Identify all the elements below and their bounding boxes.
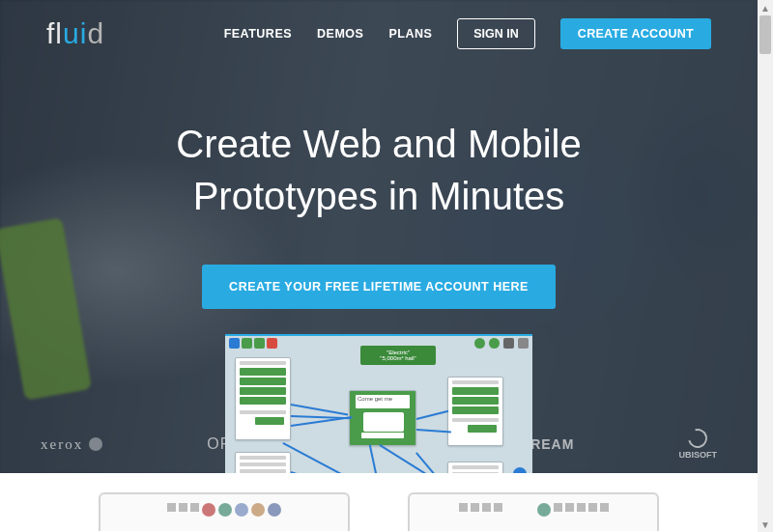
tool-icon — [554, 503, 562, 512]
below-fold-section — [0, 473, 758, 532]
add-node-icon — [513, 467, 527, 473]
user2-icon — [489, 338, 500, 349]
hero-title-line1: Create Web and Mobile — [176, 123, 582, 165]
play-icon — [242, 338, 252, 349]
undo-icon — [229, 338, 240, 349]
avatar-icon — [202, 503, 215, 517]
preview-toolbar-right — [474, 338, 529, 349]
preview-toolbar-left — [229, 338, 277, 349]
scrollbar-track[interactable] — [758, 15, 773, 517]
signin-button[interactable]: SIGN IN — [457, 18, 535, 49]
hero-cta-button[interactable]: CREATE YOUR FREE LIFETIME ACCOUNT HERE — [202, 265, 556, 309]
ubisoft-swirl-icon — [685, 425, 711, 451]
nav-plans[interactable]: PLANS — [388, 27, 432, 41]
connector-line — [291, 416, 353, 426]
connector-line — [416, 429, 451, 433]
tool-icon — [190, 503, 199, 512]
preview-card-bottom-right — [447, 462, 503, 473]
primary-nav: FEATURES DEMOS PLANS SIGN IN CREATE ACCO… — [224, 18, 711, 49]
menu-icon — [518, 338, 529, 349]
tool-icon — [179, 503, 187, 512]
avatar-icon — [218, 503, 232, 517]
nav-demos[interactable]: DEMOS — [317, 27, 363, 41]
tool-icon — [471, 503, 479, 512]
tool-icon — [565, 503, 574, 512]
topbar: fluid FEATURES DEMOS PLANS SIGN IN CREAT… — [0, 0, 758, 68]
car-icon — [363, 412, 404, 432]
preview-canvas: "Electric" "5,000m² hall" Come get me — [225, 336, 532, 473]
scroll-up-arrow-icon[interactable]: ▲ — [758, 0, 773, 15]
hero-title-line2: Prototypes in Minutes — [193, 175, 565, 217]
preview-tooltip: "Electric" "5,000m² hall" — [360, 346, 436, 365]
scrollbar-thumb[interactable] — [759, 15, 771, 54]
avatar-icon — [268, 503, 281, 517]
tool-icon — [494, 503, 502, 512]
tool-icon — [459, 503, 468, 512]
hero-content: Create Web and Mobile Prototypes in Minu… — [0, 68, 758, 309]
scroll-down-arrow-icon[interactable]: ▼ — [758, 517, 773, 532]
connector-line — [416, 410, 448, 420]
client-ubisoft: UBISOFT — [678, 429, 717, 460]
forward-icon — [254, 338, 265, 349]
hero-title: Create Web and Mobile Prototypes in Minu… — [0, 118, 758, 222]
avatar-icon — [235, 503, 248, 517]
logo[interactable]: fluid — [46, 17, 104, 50]
vertical-scrollbar[interactable]: ▲ ▼ — [758, 0, 773, 532]
avatar-icon — [537, 503, 551, 517]
preview-card-right — [447, 377, 503, 446]
tool-icon — [600, 503, 609, 512]
share-icon — [503, 338, 514, 349]
connector-line — [291, 404, 348, 415]
nav-features[interactable]: FEATURES — [224, 27, 292, 41]
preview-card-center: Come get me — [349, 390, 416, 446]
stop-icon — [267, 338, 277, 349]
user-icon — [474, 338, 485, 349]
tool-icon — [577, 503, 586, 512]
hero-section: fluid FEATURES DEMOS PLANS SIGN IN CREAT… — [0, 0, 758, 473]
tool-icon — [482, 503, 491, 512]
preview-card-left — [235, 357, 291, 440]
monitor-preview-right — [408, 492, 659, 531]
monitor-preview-left — [99, 492, 350, 531]
client-xerox: xerox — [41, 436, 102, 453]
create-account-button[interactable]: CREATE ACCOUNT — [560, 18, 711, 49]
connector-line — [283, 442, 352, 473]
product-preview: "Electric" "5,000m² hall" Come get me — [225, 334, 532, 473]
connector-line — [369, 445, 379, 473]
tool-icon — [167, 503, 176, 512]
tool-icon — [588, 503, 597, 512]
xerox-dot-icon — [89, 437, 102, 451]
connector-line — [380, 444, 454, 473]
avatar-icon — [251, 503, 265, 517]
preview-card-bottom-left — [235, 452, 291, 473]
